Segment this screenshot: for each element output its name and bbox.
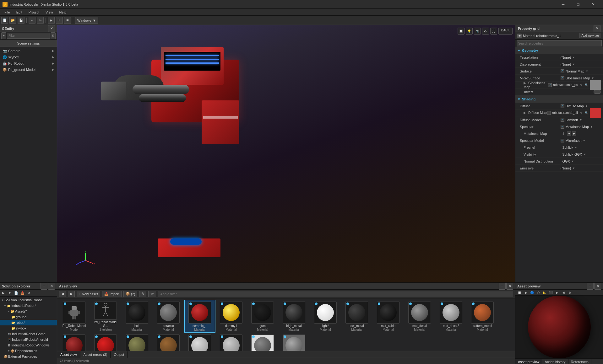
tab-asset-errors[interactable]: Asset errors (3) bbox=[80, 351, 111, 358]
menu-file[interactable]: File bbox=[1, 10, 13, 15]
tb-new[interactable]: 📄 bbox=[1, 17, 8, 24]
asset-item-boltdif[interactable]: bolt_dif Texture bbox=[278, 333, 310, 351]
microsurface-arrow[interactable]: ▼ bbox=[591, 77, 594, 80]
tb-play[interactable]: ▶ bbox=[48, 17, 55, 24]
tessellation-arrow[interactable]: ▼ bbox=[572, 56, 575, 59]
sp-tb-import[interactable]: 📥 bbox=[19, 290, 25, 296]
asset-item-boltcav[interactable]: bolt_cav Texture bbox=[247, 333, 278, 351]
emissive-arrow[interactable]: ▼ bbox=[572, 167, 575, 170]
prev-tb-1[interactable]: 🔲 bbox=[517, 290, 522, 295]
preview-close[interactable]: ✕ bbox=[594, 283, 601, 290]
asset-item-rubber[interactable]: Rubber Material bbox=[121, 333, 153, 351]
asset-item-ceramic[interactable]: ceramic Material bbox=[153, 300, 184, 333]
menu-view[interactable]: View bbox=[42, 10, 56, 15]
sp-item-deps[interactable]: ▼ 📦 Dependencies bbox=[0, 348, 57, 354]
visibility-arrow[interactable]: ▼ bbox=[583, 153, 586, 156]
close-button[interactable]: ✕ bbox=[586, 0, 600, 9]
pg-add-tag-btn[interactable]: Add new tag bbox=[579, 33, 601, 38]
sp-item-ground[interactable]: 📁 ground bbox=[0, 314, 57, 320]
asset-item-highmetal[interactable]: high_metal Material bbox=[278, 300, 310, 333]
diffmap-edit-btn[interactable]: ✎ bbox=[579, 111, 584, 115]
prev-tb-4[interactable]: ⬡ bbox=[535, 290, 541, 295]
pg-close[interactable]: ✕ bbox=[594, 25, 600, 32]
asset-item-redmetal[interactable]: red_metal Material bbox=[90, 333, 121, 351]
asset-item-plastic[interactable]: plastic Material bbox=[58, 333, 90, 351]
surface-arrow[interactable]: ▼ bbox=[585, 70, 588, 73]
preview-tab-history[interactable]: Action history bbox=[542, 359, 568, 364]
maximize-button[interactable]: □ bbox=[571, 0, 585, 9]
invert-toggle[interactable] bbox=[594, 90, 601, 94]
asset-filter-input[interactable] bbox=[158, 291, 513, 297]
sp-close[interactable]: ✕ bbox=[48, 283, 55, 290]
tb-save[interactable]: 💾 bbox=[18, 17, 24, 24]
asset-item-patternmetal[interactable]: pattern_metal Material bbox=[467, 300, 498, 333]
normaldist-arrow[interactable]: ▼ bbox=[571, 160, 574, 163]
entity-settings-btn[interactable]: ⚙ bbox=[51, 32, 56, 39]
tb-open[interactable]: 📂 bbox=[9, 17, 16, 24]
diffuse-check[interactable]: ✓ bbox=[561, 104, 564, 108]
diffmodel-check[interactable]: ✓ bbox=[561, 118, 564, 122]
surface-check[interactable]: ✓ bbox=[561, 69, 564, 73]
metalness-inc[interactable]: ▶ bbox=[572, 131, 576, 136]
sp-tb-collapse[interactable]: ▼ bbox=[7, 290, 13, 296]
sp-item-skybox[interactable]: 📁 skybox bbox=[0, 325, 57, 331]
asset-eye-btn[interactable]: 👁 bbox=[148, 291, 156, 297]
asset-item-gum[interactable]: gum Material bbox=[247, 300, 278, 333]
glossiness-expand[interactable]: ▶ bbox=[524, 81, 526, 85]
asset-new-btn[interactable]: + New asset bbox=[77, 291, 100, 297]
asset-item-pdrobot-model[interactable]: Pd_Robot Model Model bbox=[58, 300, 90, 333]
asset-item-matdecal2[interactable]: mat_decal2 Material bbox=[435, 300, 467, 333]
asset-brush-btn[interactable]: ✎ bbox=[139, 291, 146, 297]
viewport-btn-shade[interactable]: 💡 bbox=[466, 28, 473, 35]
sp-tb-settings[interactable]: ⚙ bbox=[26, 290, 31, 296]
sp-item-windows[interactable]: 🖥 IndustrialRobot.Windows bbox=[0, 342, 57, 348]
metalness-dec[interactable]: ◀ bbox=[567, 131, 571, 136]
asset-item-light[interactable]: light* Material bbox=[310, 300, 341, 333]
diffuse-arrow[interactable]: ▼ bbox=[585, 104, 588, 108]
back-button[interactable]: BACK bbox=[498, 28, 513, 35]
sp-tb-expand[interactable]: ▶ bbox=[1, 290, 6, 296]
specmodel-check[interactable]: ✓ bbox=[561, 139, 564, 142]
menu-edit[interactable]: Edit bbox=[13, 10, 25, 15]
prev-tb-6[interactable]: ⬛ bbox=[548, 290, 554, 295]
entity-item-pdrobot[interactable]: 🤖 Pd_Robot ▶ bbox=[0, 60, 57, 67]
prev-tb-3[interactable]: 🔵 bbox=[529, 290, 535, 295]
asset-pack-btn[interactable]: 📦 (2) bbox=[123, 291, 137, 297]
tab-asset-view[interactable]: Asset view bbox=[57, 351, 80, 358]
menu-help[interactable]: Help bbox=[56, 10, 70, 15]
asset-item-lowmetal[interactable]: low_metal Material bbox=[341, 300, 372, 333]
asset-back-btn[interactable]: ◀ bbox=[59, 291, 66, 297]
specmodel-arrow[interactable]: ▼ bbox=[583, 139, 585, 142]
asset-item-bolt[interactable]: bolt Material bbox=[121, 300, 153, 333]
pg-shading-header[interactable]: ▼ Shading bbox=[515, 96, 603, 103]
minimize-button[interactable]: ─ bbox=[556, 0, 570, 9]
entity-filter-input[interactable] bbox=[7, 33, 50, 39]
viewport[interactable]: X Y Z 🔲 💡 📷 ⚙ ⛶ BACK bbox=[57, 25, 515, 282]
prev-tb-2[interactable]: ◆ bbox=[523, 290, 529, 295]
glossmap-pick-btn[interactable]: 🔍 bbox=[584, 83, 589, 87]
viewport-btn-grid[interactable]: 🔲 bbox=[458, 28, 464, 35]
diffmap-expand[interactable]: ▶ bbox=[524, 111, 526, 115]
asset-item-matcable[interactable]: mat_cable Material bbox=[372, 300, 404, 333]
sp-minimize[interactable]: ─ bbox=[41, 283, 47, 290]
menu-project[interactable]: Project bbox=[25, 10, 42, 15]
entity-item-skybox[interactable]: 🌐 skybox ▶ bbox=[0, 54, 57, 60]
prev-tb-8[interactable]: ◀ bbox=[561, 290, 566, 295]
viewport-btn-settings[interactable]: ⚙ bbox=[482, 28, 489, 35]
preview-tab-refs[interactable]: References bbox=[568, 359, 591, 364]
entity-add-btn[interactable]: + bbox=[1, 32, 6, 39]
diffmodel-arrow[interactable]: ▼ bbox=[579, 118, 582, 121]
tb-undo[interactable]: ↩ bbox=[29, 17, 35, 24]
prev-tb-7[interactable]: ▶ bbox=[554, 290, 560, 295]
sp-item-game[interactable]: 🎮 IndustrialRobot.Game bbox=[0, 331, 57, 337]
preview-minimize[interactable]: ─ bbox=[587, 283, 594, 290]
scene-settings-btn[interactable]: Scene settings bbox=[0, 40, 57, 47]
glossmap-edit-btn[interactable]: ✎ bbox=[579, 83, 584, 87]
asset-item-ceramic1[interactable]: ceramic_1 Material bbox=[184, 300, 215, 333]
sp-item-android[interactable]: 📱 IndustrialRobot.Android bbox=[0, 337, 57, 342]
preview-tab-preview[interactable]: Asset preview bbox=[515, 359, 542, 364]
diffmap-pick-btn[interactable]: 🔍 bbox=[584, 111, 589, 115]
asset-item-rust[interactable]: rust Material bbox=[153, 333, 184, 351]
asset-item-pdrobot-skeleton[interactable]: Pd_Robot Model S... Skeleton bbox=[90, 300, 121, 333]
tab-output[interactable]: Output bbox=[111, 351, 128, 358]
